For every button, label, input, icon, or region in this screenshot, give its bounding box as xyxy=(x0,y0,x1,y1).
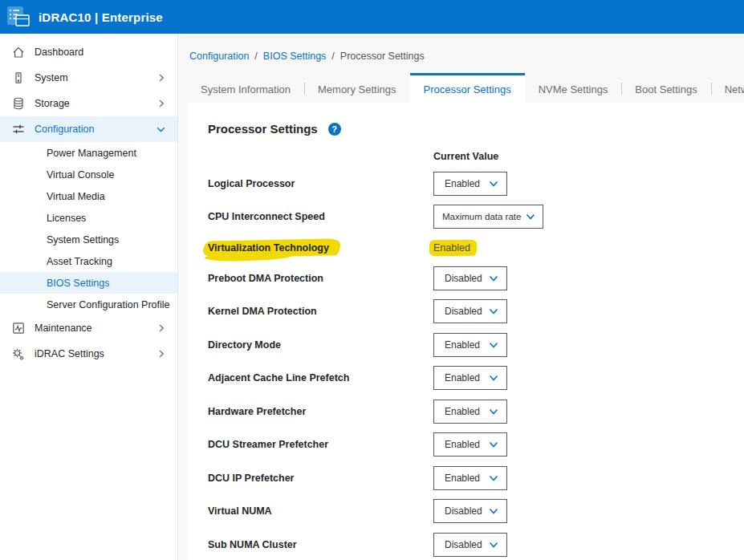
sidebar-item-system-settings[interactable]: System Settings xyxy=(0,229,177,250)
sidebar-item-power-management[interactable]: Power Management xyxy=(0,142,177,164)
chevron-right-icon xyxy=(157,349,166,359)
sidebar-item-label: Dashboard xyxy=(35,47,166,58)
chevron-down-icon xyxy=(488,539,499,550)
setting-row-dcu-ip-prefetcher: DCU IP PrefetcherEnabled xyxy=(187,461,744,495)
directory-mode-dropdown[interactable]: Enabled xyxy=(433,333,507,357)
hardware-prefetcher-dropdown[interactable]: Enabled xyxy=(433,400,507,424)
chevron-down-icon xyxy=(156,124,166,135)
dropdown-value: Maximum data rate xyxy=(442,212,521,221)
chevron-down-icon xyxy=(488,372,499,383)
tab-boot-settings[interactable]: Boot Settings xyxy=(621,73,710,103)
app-header: iDRAC10 | Enterprise xyxy=(0,0,744,34)
chevron-down-icon xyxy=(488,406,499,417)
dropdown-value: Disabled xyxy=(445,306,482,317)
dropdown-value: Enabled xyxy=(445,439,480,450)
sidebar-item-idrac-settings[interactable]: iDRAC Settings xyxy=(0,341,177,367)
setting-row-adjacent-cache-line-prefetch: Adjacent Cache Line PrefetchEnabled xyxy=(187,362,744,396)
setting-label: CPU Interconnect Speed xyxy=(208,211,433,222)
tab-nvme-settings[interactable]: NVMe Settings xyxy=(525,73,622,103)
storage-icon xyxy=(11,97,25,110)
sidebar-item-label: Licenses xyxy=(47,213,166,224)
sidebar-item-configuration[interactable]: Configuration xyxy=(0,116,177,142)
tab-processor-settings[interactable]: Processor Settings xyxy=(410,73,525,103)
setting-label: Virtual NUMA xyxy=(208,505,433,517)
sidebar-item-label: BIOS Settings xyxy=(47,278,166,289)
setting-row-dcu-streamer-prefetcher: DCU Streamer PrefetcherEnabled xyxy=(187,428,744,462)
help-icon[interactable]: ? xyxy=(328,123,341,136)
dropdown-value: Enabled xyxy=(445,473,480,484)
dropdown-value: Enabled xyxy=(445,339,480,351)
setting-label: Virtualization Technology xyxy=(208,242,433,254)
dropdown-value: Enabled xyxy=(445,406,480,417)
dropdown-value: Enabled xyxy=(445,372,480,383)
setting-row-directory-mode: Directory ModeEnabled xyxy=(187,328,744,362)
server-icon xyxy=(11,71,25,84)
tab-network-settings[interactable]: Network Settings xyxy=(711,73,744,103)
sidebar-item-maintenance[interactable]: Maintenance xyxy=(0,315,177,341)
sidebar-item-server-configuration-profile[interactable]: Server Configuration Profile xyxy=(0,294,177,315)
preboot-dma-protection-dropdown[interactable]: Disabled xyxy=(433,266,507,290)
page-title: Processor Settings xyxy=(208,122,318,136)
cpu-interconnect-speed-dropdown[interactable]: Maximum data rate xyxy=(433,205,543,229)
sidebar: DashboardSystemStorageConfigurationPower… xyxy=(0,34,178,560)
sidebar-item-bios-settings[interactable]: BIOS Settings xyxy=(0,272,177,294)
dropdown-value: Disabled xyxy=(445,539,482,550)
breadcrumb-separator: / xyxy=(254,51,257,62)
sidebar-item-label: Virtual Media xyxy=(47,191,166,202)
setting-label: Kernel DMA Protection xyxy=(208,306,433,317)
breadcrumb-configuration[interactable]: Configuration xyxy=(189,51,249,62)
setting-row-hardware-prefetcher: Hardware PrefetcherEnabled xyxy=(187,395,744,428)
setting-label: Logical Processor xyxy=(208,178,433,189)
dcu-ip-prefetcher-dropdown[interactable]: Enabled xyxy=(433,466,507,490)
current-value-header: Current Value xyxy=(433,151,744,162)
chevron-down-icon xyxy=(488,505,499,517)
breadcrumb: Configuration/BIOS Settings/Processor Se… xyxy=(179,34,744,62)
setting-label: Preboot DMA Protection xyxy=(208,273,433,284)
home-icon xyxy=(11,46,25,59)
logical-processor-dropdown[interactable]: Enabled xyxy=(433,172,507,196)
chevron-down-icon xyxy=(488,273,499,284)
setting-row-cpu-interconnect-speed: CPU Interconnect SpeedMaximum data rate xyxy=(187,201,744,234)
sidebar-item-dashboard[interactable]: Dashboard xyxy=(0,39,177,65)
breadcrumb-bios-settings[interactable]: BIOS Settings xyxy=(263,51,327,62)
setting-label: DCU IP Prefetcher xyxy=(208,473,433,484)
virtual-numa-dropdown[interactable]: Disabled xyxy=(433,499,507,523)
setting-row-virtualization-technology: Virtualization TechnologyEnabled xyxy=(187,233,744,262)
sidebar-item-label: Asset Tracking xyxy=(47,256,166,267)
adjacent-cache-line-prefetch-dropdown[interactable]: Enabled xyxy=(433,366,507,390)
dropdown-value: Disabled xyxy=(445,273,482,284)
dcu-streamer-prefetcher-dropdown[interactable]: Enabled xyxy=(433,432,507,457)
sidebar-item-system[interactable]: System xyxy=(0,65,177,91)
chevron-down-icon xyxy=(488,306,499,317)
sidebar-item-virtual-console[interactable]: Virtual Console xyxy=(0,164,177,185)
idrac-logo-icon xyxy=(6,6,30,28)
sub-numa-cluster-dropdown[interactable]: Disabled xyxy=(433,533,507,557)
chevron-right-icon xyxy=(157,99,166,108)
panel-title-row: Processor Settings ? xyxy=(187,103,744,136)
setting-row-logical-processor: Logical ProcessorEnabled xyxy=(187,167,744,201)
setting-label: Hardware Prefetcher xyxy=(208,406,433,417)
chevron-right-icon xyxy=(157,73,166,83)
sidebar-item-storage[interactable]: Storage xyxy=(0,91,177,116)
breadcrumb-processor-settings: Processor Settings xyxy=(340,51,425,62)
maintenance-icon xyxy=(11,322,25,335)
setting-label: DCU Streamer Prefetcher xyxy=(208,439,433,450)
setting-row-preboot-dma-protection: Preboot DMA ProtectionDisabled xyxy=(187,262,744,295)
dropdown-value: Enabled xyxy=(445,178,480,189)
app-title: iDRAC10 | Enterprise xyxy=(39,10,163,24)
sidebar-item-label: Storage xyxy=(35,98,157,109)
setting-label: Adjacent Cache Line Prefetch xyxy=(208,372,433,383)
tab-bar: System InformationMemory SettingsProcess… xyxy=(187,73,744,103)
kernel-dma-protection-dropdown[interactable]: Disabled xyxy=(433,299,507,323)
setting-row-virtual-numa: Virtual NUMADisabled xyxy=(187,495,744,529)
sidebar-item-label: Server Configuration Profile xyxy=(47,299,170,310)
setting-label: Sub NUMA Cluster xyxy=(208,539,433,550)
sidebar-item-virtual-media[interactable]: Virtual Media xyxy=(0,185,177,207)
sidebar-item-label: iDRAC Settings xyxy=(35,348,157,359)
sidebar-item-asset-tracking[interactable]: Asset Tracking xyxy=(0,250,177,272)
breadcrumb-separator: / xyxy=(331,51,334,62)
sidebar-item-licenses[interactable]: Licenses xyxy=(0,207,177,229)
tab-system-information[interactable]: System Information xyxy=(187,73,304,103)
sliders-icon xyxy=(11,123,25,136)
tab-memory-settings[interactable]: Memory Settings xyxy=(304,73,410,103)
